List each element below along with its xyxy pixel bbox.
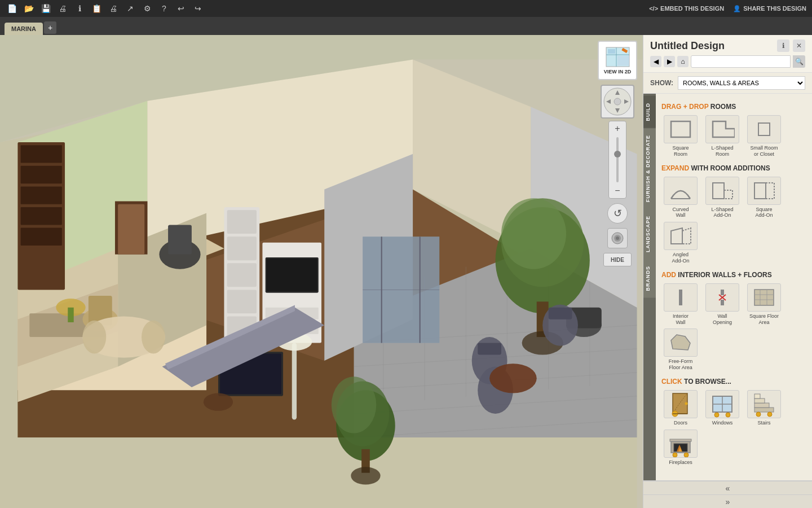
- main-area: VIEW IN 2D + −: [0, 35, 812, 508]
- compass-control[interactable]: [601, 85, 634, 119]
- square-addon-card[interactable]: SquareAdd-On: [745, 177, 783, 219]
- embed-button[interactable]: </> EMBED THIS DESIGN: [649, 5, 724, 12]
- l-shaped-room-card[interactable]: L-ShapedRoom: [703, 115, 742, 157]
- nav-forward-button[interactable]: ▶: [664, 56, 675, 67]
- svg-point-135: [756, 412, 761, 417]
- print2-icon[interactable]: 🖨: [107, 2, 120, 15]
- add-tab-button[interactable]: +: [44, 21, 56, 34]
- nav-back-button[interactable]: ◀: [650, 56, 661, 67]
- svg-rect-33: [68, 308, 73, 322]
- undo-icon[interactable]: ↩: [175, 2, 187, 15]
- floor-svg: [752, 287, 776, 308]
- redo-icon[interactable]: ↪: [192, 2, 204, 15]
- stairs-label: Stairs: [757, 420, 770, 426]
- zoom-controls: + −: [608, 121, 626, 199]
- share-button[interactable]: 👤 SHARE THIS DESIGN: [733, 5, 806, 12]
- hide-button[interactable]: HIDE: [603, 253, 632, 266]
- svg-rect-131: [754, 408, 774, 412]
- zoom-in-button[interactable]: +: [609, 121, 626, 136]
- l-shaped-addon-card[interactable]: L-ShapedAdd-On: [703, 177, 742, 219]
- save-icon[interactable]: 💾: [39, 2, 52, 15]
- fireplaces-card[interactable]: Fireplaces: [661, 430, 700, 466]
- svg-point-130: [726, 413, 730, 417]
- svg-rect-60: [292, 343, 297, 420]
- svg-point-136: [767, 412, 772, 417]
- panel-title-icons: ℹ ✕: [777, 40, 805, 52]
- svg-point-84: [351, 467, 380, 484]
- square-floor-icon: [747, 283, 781, 312]
- zoom-slider[interactable]: [616, 137, 619, 182]
- zoom-out-button[interactable]: −: [609, 183, 626, 198]
- doors-card[interactable]: Doors: [661, 390, 700, 426]
- windows-card[interactable]: Windows: [703, 390, 742, 426]
- nav-home-button[interactable]: ⌂: [677, 56, 689, 67]
- view-2d-button[interactable]: VIEW IN 2D: [598, 41, 637, 80]
- camera-settings-button[interactable]: [607, 228, 628, 248]
- free-floor-svg: [668, 332, 693, 353]
- interior-wall-card[interactable]: InteriorWall: [661, 283, 700, 326]
- expand-grid: CurvedWall L-ShapedAdd-On: [661, 177, 806, 264]
- new-file-icon[interactable]: 📄: [6, 2, 18, 15]
- show-select[interactable]: ROOMS, WALLS & AREAS FURNISHINGS LANDSCA…: [678, 76, 805, 90]
- expand-rest-text: WITH ROOM ADDITIONS: [691, 164, 770, 172]
- right-panel: Untitled Design ℹ ✕ ◀ ▶ ⌂ 🔍 SHOW: ROOMS,…: [643, 35, 812, 508]
- toolbar: 📄 📂 💾 🖨 ℹ 📋 🖨 ↗ ⚙ ? ↩ ↪ </> EMBED THIS D…: [0, 0, 812, 17]
- panel-title-row: Untitled Design ℹ ✕: [650, 40, 805, 52]
- pages-icon[interactable]: 📋: [90, 2, 103, 15]
- build-tab[interactable]: BUILD: [643, 96, 656, 128]
- rotate-button[interactable]: ↺: [607, 203, 628, 224]
- info-panel-button[interactable]: ℹ: [777, 40, 789, 52]
- svg-rect-40: [118, 204, 144, 255]
- print-icon[interactable]: 🖨: [56, 2, 69, 15]
- zoom-handle[interactable]: [614, 151, 621, 157]
- curved-wall-card[interactable]: CurvedWall: [661, 177, 700, 219]
- svg-rect-103: [758, 123, 770, 135]
- drag-drop-orange-text: DRAG + DROP: [661, 103, 708, 111]
- angled-addon-label: AngledAdd-On: [672, 252, 689, 264]
- svg-marker-90: [617, 56, 629, 65]
- small-room-svg: [752, 119, 776, 140]
- small-room-card[interactable]: Small Roomor Closet: [745, 115, 783, 157]
- collapse-up-button[interactable]: «: [643, 481, 812, 494]
- tab-label: MARINA: [11, 25, 36, 32]
- svg-point-140: [673, 453, 677, 457]
- window-svg: [710, 391, 735, 418]
- windows-icon: [705, 390, 739, 418]
- landscape-tab[interactable]: LANDSCAPE: [643, 209, 656, 259]
- collapse-down-button[interactable]: »: [643, 494, 812, 508]
- free-form-floor-card[interactable]: Free-FormFloor Area: [661, 329, 700, 371]
- angled-svg: [668, 225, 693, 247]
- fireplaces-label: Fireplaces: [669, 459, 692, 466]
- export-icon[interactable]: ↗: [124, 2, 136, 15]
- svg-rect-25: [21, 145, 62, 163]
- settings-icon[interactable]: ⚙: [141, 2, 153, 15]
- free-form-floor-icon: [664, 329, 698, 357]
- close-panel-button[interactable]: ✕: [793, 40, 805, 52]
- stairs-icon: [747, 390, 781, 418]
- opening-svg: [710, 287, 735, 308]
- wall-opening-card[interactable]: WallOpening: [703, 283, 742, 326]
- angled-addon-card[interactable]: AngledAdd-On: [661, 222, 700, 264]
- share-label: SHARE THIS DESIGN: [743, 5, 806, 12]
- panel-search-button[interactable]: 🔍: [793, 55, 805, 68]
- svg-rect-139: [670, 439, 691, 441]
- brands-tab[interactable]: BRANDS: [643, 259, 656, 298]
- marina-tab[interactable]: MARINA: [5, 23, 43, 35]
- stairs-card[interactable]: Stairs: [745, 390, 783, 426]
- expand-section-title: EXPAND WITH ROOM ADDITIONS: [661, 164, 806, 172]
- help-icon[interactable]: ?: [158, 2, 170, 15]
- svg-point-129: [714, 413, 719, 417]
- canvas-area[interactable]: VIEW IN 2D + −: [0, 35, 643, 508]
- compass-icon: [603, 87, 632, 116]
- square-room-label: SquareRoom: [672, 145, 689, 157]
- interior-orange-text: ADD: [661, 271, 676, 279]
- square-floor-card[interactable]: Square FloorArea: [745, 283, 783, 326]
- windows-label: Windows: [712, 420, 733, 426]
- furnish-decorate-tab[interactable]: FURNISH & DECORATE: [643, 128, 656, 209]
- info-icon[interactable]: ℹ: [73, 2, 86, 15]
- svg-rect-27: [21, 186, 62, 204]
- square-room-card[interactable]: SquareRoom: [661, 115, 700, 157]
- panel-search-input[interactable]: [691, 55, 791, 68]
- door-svg: [668, 391, 693, 418]
- open-file-icon[interactable]: 📂: [23, 2, 35, 15]
